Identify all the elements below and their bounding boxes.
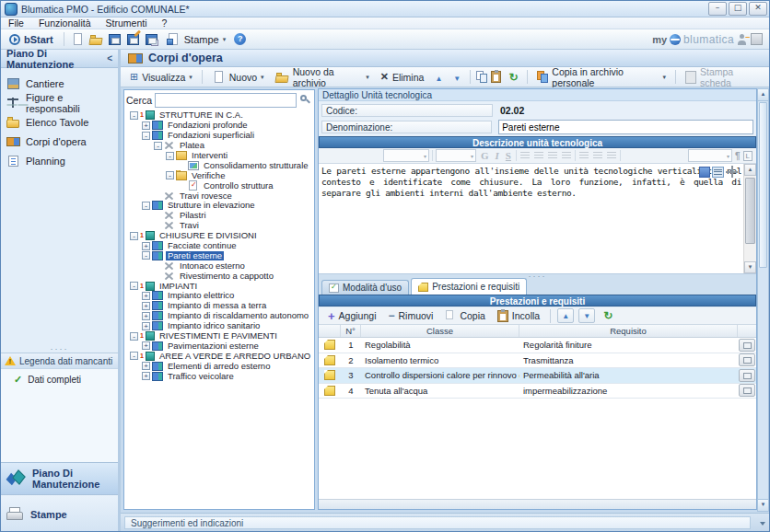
row-classe[interactable]: Tenuta all'acqua: [361, 386, 519, 396]
tree-item[interactable]: IMPIANTI: [126, 281, 312, 291]
row-detail-button[interactable]: [739, 339, 755, 352]
tree-expand-toggle[interactable]: [130, 111, 138, 120]
scrollbar-thumb[interactable]: [745, 178, 755, 244]
tree-expand-toggle[interactable]: [130, 232, 138, 240]
sidebar-item[interactable]: Planning: [6, 151, 118, 170]
tree-item[interactable]: Fondazioni superficiali: [126, 131, 312, 141]
scrollbar-thumb[interactable]: [759, 102, 767, 268]
row-requisito[interactable]: Permeabilità all'aria: [519, 370, 738, 380]
tree-expand-toggle[interactable]: [142, 372, 150, 380]
row-classe[interactable]: Isolamento termico: [361, 355, 519, 365]
row-down-button[interactable]: [578, 308, 595, 323]
tree-item[interactable]: Platea: [126, 141, 312, 151]
scroll-up-icon[interactable]: ▲: [758, 89, 768, 101]
tree-item-label[interactable]: Pareti esterne: [166, 251, 224, 260]
tree-expand-toggle[interactable]: [142, 362, 150, 370]
copy-icon[interactable]: [476, 71, 487, 83]
help-icon[interactable]: ?: [234, 33, 246, 45]
bstart-button[interactable]: bStart: [6, 33, 57, 46]
tree-item[interactable]: Pilastri: [126, 211, 312, 221]
copia-button[interactable]: Copia: [441, 309, 488, 322]
menu-help[interactable]: ?: [161, 17, 167, 29]
scroll-up-icon[interactable]: ▲: [744, 164, 756, 176]
tree-item-label[interactable]: Strutture in elevazione: [166, 201, 257, 210]
tree-item-label[interactable]: Impianto elettrico: [166, 291, 236, 300]
tree-item[interactable]: Intonaco esterno: [126, 260, 312, 271]
tree-expand-toggle[interactable]: [142, 302, 150, 310]
user-account-icon[interactable]: [737, 34, 748, 45]
align-left-icon[interactable]: [520, 152, 530, 160]
save-edit-icon[interactable]: [126, 33, 140, 46]
underline-button[interactable]: S: [504, 150, 513, 161]
menu-strumenti[interactable]: Strumenti: [106, 17, 147, 29]
incolla-button[interactable]: Incolla: [494, 309, 543, 323]
tree-item-label[interactable]: Impianto di messa a terra: [166, 301, 268, 310]
tree-item-label[interactable]: STRUTTURE IN C.A.: [158, 110, 245, 120]
row-detail-button[interactable]: [739, 353, 755, 366]
editor-scrollbar[interactable]: ▲ ▼: [743, 164, 756, 273]
row-requisito[interactable]: Regolarità finiture: [519, 340, 738, 350]
tree-item-label[interactable]: Pavimentazioni esterne: [166, 341, 261, 351]
table-row[interactable]: 2 Isolamento termico Trasmittanza: [319, 353, 756, 369]
maximize-button[interactable]: □: [729, 2, 747, 16]
sidebar-collapse-button[interactable]: <: [107, 53, 112, 64]
tree-item-label[interactable]: Impianto idrico sanitario: [166, 321, 262, 330]
tree-item[interactable]: Impianto di riscaldamento autonomo: [126, 311, 312, 321]
menu-funzionalita[interactable]: Funzionalità: [39, 17, 91, 29]
tree-item-label[interactable]: RIVESTIMENTI E PAVIMENTI: [158, 331, 279, 341]
tree-item[interactable]: Strutture in elevazione: [126, 201, 312, 211]
tree-item-label[interactable]: Travi: [178, 221, 201, 230]
tree-item[interactable]: Fondazioni profonde: [126, 121, 312, 131]
minimize-button[interactable]: –: [708, 2, 727, 16]
tree-item-label[interactable]: Interventi: [190, 151, 229, 160]
aggiungi-button[interactable]: Aggiungi: [324, 308, 379, 324]
row-up-button[interactable]: [557, 308, 574, 323]
pilcrow-icon[interactable]: ¶: [735, 151, 741, 161]
move-down-button[interactable]: [449, 71, 464, 84]
tree-item-label[interactable]: Verifiche: [190, 171, 227, 180]
save-all-icon[interactable]: [145, 33, 158, 46]
descrizione-editor[interactable]: Le pareti esterne appartengono all'insie…: [319, 164, 756, 274]
open-folder-icon[interactable]: [89, 33, 103, 46]
note-icon[interactable]: [324, 340, 335, 350]
tree-item-label[interactable]: Intonaco esterno: [178, 261, 247, 271]
nuovo-button[interactable]: Nuovo▾: [208, 70, 268, 85]
tree-item-label[interactable]: Travi rovesce: [178, 191, 234, 201]
tree-item-label[interactable]: Platea: [178, 141, 206, 150]
tree-item[interactable]: Rivestimento a cappotto: [126, 271, 312, 281]
save-icon[interactable]: [108, 33, 122, 46]
denominazione-input[interactable]: [498, 120, 753, 134]
tree-expand-toggle[interactable]: [142, 132, 150, 140]
font-size-select[interactable]: ▾: [436, 149, 476, 162]
note-icon[interactable]: [324, 355, 335, 365]
nav-stampe[interactable]: Stampe: [1, 494, 118, 532]
tree-item[interactable]: Impianto di messa a terra: [126, 301, 312, 311]
tree-item-label[interactable]: AREE A VERDE E ARREDO URBANO: [158, 352, 312, 361]
tree-expand-toggle[interactable]: [142, 341, 150, 350]
refresh-rows-button[interactable]: [600, 308, 616, 323]
nav-piano-di-manutenzione[interactable]: Piano Di Manutenzione: [1, 462, 118, 494]
row-detail-button[interactable]: [739, 369, 755, 382]
search-icon[interactable]: [299, 94, 312, 107]
row-classe[interactable]: Regolabilità: [361, 340, 519, 350]
tree-item[interactable]: RIVESTIMENTI E PAVIMENTI: [126, 331, 312, 341]
tree-expand-toggle[interactable]: [142, 312, 150, 320]
tree-item[interactable]: Facciate continue: [126, 241, 312, 251]
elimina-button[interactable]: Elimina: [377, 70, 428, 84]
row-requisito[interactable]: impermeabilizzazione: [519, 386, 738, 396]
table-row[interactable]: 3 Controllo dispersioni calore per rinno…: [319, 368, 756, 384]
column-requisito[interactable]: Requisito: [519, 325, 738, 337]
refresh-button[interactable]: [505, 70, 521, 85]
align-right-icon[interactable]: [548, 152, 557, 160]
tree-expand-toggle[interactable]: [142, 322, 150, 330]
row-detail-button[interactable]: [739, 384, 755, 397]
table-row[interactable]: 1 Regolabilità Regolarità finiture: [319, 338, 756, 353]
tree-item[interactable]: Controllo struttura: [126, 180, 312, 191]
scroll-down-icon[interactable]: ▼: [758, 499, 768, 511]
tab[interactable]: Prestazioni e requisiti: [411, 278, 527, 295]
bold-button[interactable]: G: [479, 150, 491, 161]
tree-item-label[interactable]: Pilastri: [178, 211, 208, 220]
tree-expand-toggle[interactable]: [130, 352, 138, 360]
tree-item[interactable]: Interventi: [126, 151, 312, 161]
tree-item[interactable]: Pareti esterne: [126, 250, 312, 260]
